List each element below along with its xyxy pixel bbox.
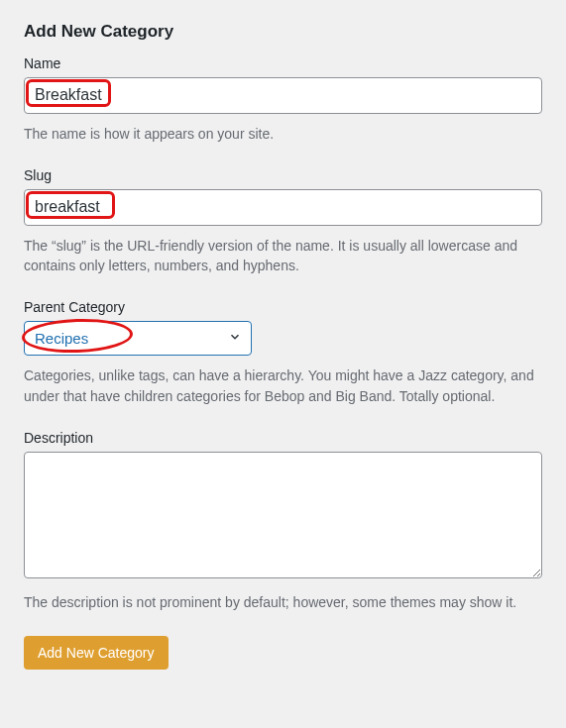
parent-label: Parent Category bbox=[24, 299, 542, 315]
slug-input[interactable] bbox=[24, 189, 542, 226]
field-name: Name The name is how it appears on your … bbox=[24, 55, 542, 144]
slug-input-wrap bbox=[24, 189, 542, 226]
name-input[interactable] bbox=[24, 77, 542, 114]
slug-label: Slug bbox=[24, 167, 542, 183]
field-description: Description The description is not promi… bbox=[24, 430, 542, 612]
page-title: Add New Category bbox=[24, 22, 542, 42]
description-label: Description bbox=[24, 430, 542, 446]
description-help: The description is not prominent by defa… bbox=[24, 592, 542, 612]
name-help: The name is how it appears on your site. bbox=[24, 124, 542, 144]
description-textarea[interactable] bbox=[24, 452, 542, 578]
name-input-wrap bbox=[24, 77, 542, 114]
slug-help: The “slug” is the URL-friendly version o… bbox=[24, 236, 542, 276]
parent-help: Categories, unlike tags, can have a hier… bbox=[24, 365, 542, 406]
parent-select-wrap: Recipes bbox=[24, 321, 252, 356]
field-slug: Slug The “slug” is the URL-friendly vers… bbox=[24, 167, 542, 275]
add-new-category-button[interactable]: Add New Category bbox=[24, 636, 169, 670]
add-category-panel: Add New Category Name The name is how it… bbox=[0, 0, 566, 689]
parent-select[interactable]: Recipes bbox=[24, 321, 252, 356]
name-label: Name bbox=[24, 55, 542, 71]
field-parent: Parent Category Recipes Categories, unli… bbox=[24, 299, 542, 406]
